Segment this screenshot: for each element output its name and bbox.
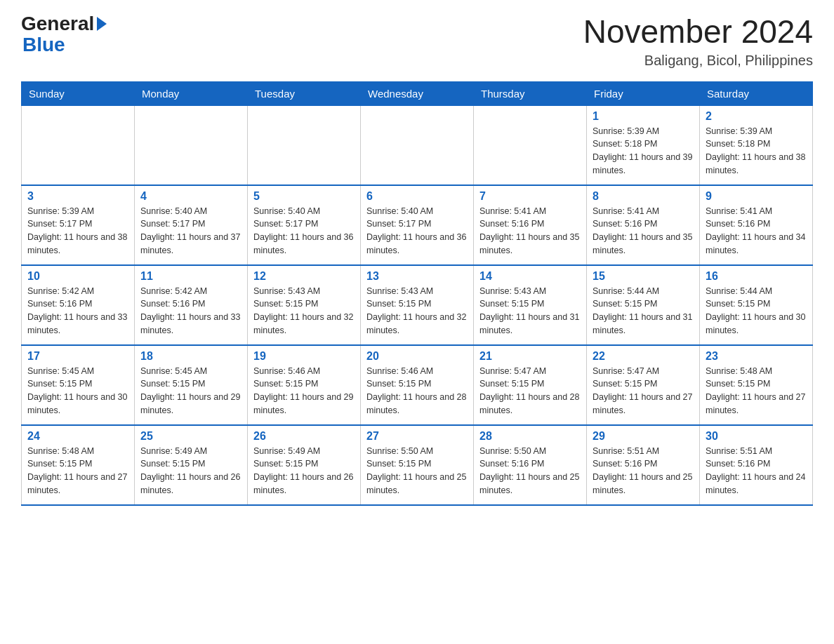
table-row: 27Sunrise: 5:50 AMSunset: 5:15 PMDayligh… [361,425,474,505]
day-info: Sunrise: 5:48 AMSunset: 5:15 PMDaylight:… [706,365,807,417]
day-info: Sunrise: 5:46 AMSunset: 5:15 PMDaylight:… [253,365,355,417]
day-number: 16 [706,270,807,283]
day-info: Sunrise: 5:40 AMSunset: 5:17 PMDaylight:… [140,205,241,257]
day-number: 27 [366,430,468,443]
calendar-title: November 2024 [583,14,813,50]
table-row: 8Sunrise: 5:41 AMSunset: 5:16 PMDaylight… [587,185,700,265]
day-number: 14 [479,270,581,283]
table-row: 17Sunrise: 5:45 AMSunset: 5:15 PMDayligh… [22,345,135,425]
table-row: 29Sunrise: 5:51 AMSunset: 5:16 PMDayligh… [587,425,700,505]
table-row: 26Sunrise: 5:49 AMSunset: 5:15 PMDayligh… [248,425,361,505]
day-info: Sunrise: 5:39 AMSunset: 5:18 PMDaylight:… [706,125,807,177]
day-info: Sunrise: 5:47 AMSunset: 5:15 PMDaylight:… [479,365,581,417]
table-row [474,105,587,185]
day-number: 12 [253,270,355,283]
day-info: Sunrise: 5:47 AMSunset: 5:15 PMDaylight:… [593,365,694,417]
day-info: Sunrise: 5:43 AMSunset: 5:15 PMDaylight:… [479,285,581,337]
calendar-week-row: 1Sunrise: 5:39 AMSunset: 5:18 PMDaylight… [22,105,813,185]
table-row: 14Sunrise: 5:43 AMSunset: 5:15 PMDayligh… [474,265,587,345]
day-info: Sunrise: 5:51 AMSunset: 5:16 PMDaylight:… [593,445,694,497]
table-row [361,105,474,185]
day-info: Sunrise: 5:40 AMSunset: 5:17 PMDaylight:… [366,205,468,257]
table-row: 30Sunrise: 5:51 AMSunset: 5:16 PMDayligh… [700,425,813,505]
table-row [22,105,135,185]
table-row: 13Sunrise: 5:43 AMSunset: 5:15 PMDayligh… [361,265,474,345]
col-header-thursday: Thursday [474,81,587,105]
table-row: 16Sunrise: 5:44 AMSunset: 5:15 PMDayligh… [700,265,813,345]
day-number: 24 [27,430,128,443]
calendar-week-row: 10Sunrise: 5:42 AMSunset: 5:16 PMDayligh… [22,265,813,345]
calendar-header-row: Sunday Monday Tuesday Wednesday Thursday… [22,81,813,105]
day-info: Sunrise: 5:42 AMSunset: 5:16 PMDaylight:… [140,285,241,337]
day-number: 3 [27,190,128,203]
day-number: 5 [253,190,355,203]
title-area: November 2024 Baligang, Bicol, Philippin… [583,14,813,69]
table-row: 23Sunrise: 5:48 AMSunset: 5:15 PMDayligh… [700,345,813,425]
day-info: Sunrise: 5:41 AMSunset: 5:16 PMDaylight:… [593,205,694,257]
day-info: Sunrise: 5:49 AMSunset: 5:15 PMDaylight:… [140,445,241,497]
day-number: 17 [27,350,128,363]
day-number: 19 [253,350,355,363]
table-row: 21Sunrise: 5:47 AMSunset: 5:15 PMDayligh… [474,345,587,425]
col-header-saturday: Saturday [700,81,813,105]
day-info: Sunrise: 5:41 AMSunset: 5:16 PMDaylight:… [706,205,807,257]
table-row: 11Sunrise: 5:42 AMSunset: 5:16 PMDayligh… [135,265,248,345]
calendar-week-row: 3Sunrise: 5:39 AMSunset: 5:17 PMDaylight… [22,185,813,265]
logo-general-text: General [21,14,94,34]
day-info: Sunrise: 5:49 AMSunset: 5:15 PMDaylight:… [253,445,355,497]
table-row: 2Sunrise: 5:39 AMSunset: 5:18 PMDaylight… [700,105,813,185]
table-row [135,105,248,185]
day-info: Sunrise: 5:44 AMSunset: 5:15 PMDaylight:… [593,285,694,337]
table-row: 28Sunrise: 5:50 AMSunset: 5:16 PMDayligh… [474,425,587,505]
table-row: 3Sunrise: 5:39 AMSunset: 5:17 PMDaylight… [22,185,135,265]
col-header-monday: Monday [135,81,248,105]
col-header-friday: Friday [587,81,700,105]
day-number: 26 [253,430,355,443]
calendar-week-row: 24Sunrise: 5:48 AMSunset: 5:15 PMDayligh… [22,425,813,505]
table-row: 6Sunrise: 5:40 AMSunset: 5:17 PMDaylight… [361,185,474,265]
day-number: 11 [140,270,241,283]
col-header-sunday: Sunday [22,81,135,105]
day-number: 30 [706,430,807,443]
day-info: Sunrise: 5:39 AMSunset: 5:17 PMDaylight:… [27,205,128,257]
day-info: Sunrise: 5:42 AMSunset: 5:16 PMDaylight:… [27,285,128,337]
day-number: 25 [140,430,241,443]
table-row: 19Sunrise: 5:46 AMSunset: 5:15 PMDayligh… [248,345,361,425]
day-number: 4 [140,190,241,203]
table-row: 10Sunrise: 5:42 AMSunset: 5:16 PMDayligh… [22,265,135,345]
table-row: 15Sunrise: 5:44 AMSunset: 5:15 PMDayligh… [587,265,700,345]
day-info: Sunrise: 5:50 AMSunset: 5:15 PMDaylight:… [366,445,468,497]
day-number: 9 [706,190,807,203]
day-number: 23 [706,350,807,363]
table-row [248,105,361,185]
day-info: Sunrise: 5:50 AMSunset: 5:16 PMDaylight:… [479,445,581,497]
day-number: 21 [479,350,581,363]
calendar-table: Sunday Monday Tuesday Wednesday Thursday… [21,81,813,506]
calendar-location: Baligang, Bicol, Philippines [583,53,813,69]
calendar-body: 1Sunrise: 5:39 AMSunset: 5:18 PMDaylight… [22,105,813,505]
table-row: 20Sunrise: 5:46 AMSunset: 5:15 PMDayligh… [361,345,474,425]
day-info: Sunrise: 5:40 AMSunset: 5:17 PMDaylight:… [253,205,355,257]
day-info: Sunrise: 5:45 AMSunset: 5:15 PMDaylight:… [140,365,241,417]
day-number: 13 [366,270,468,283]
day-info: Sunrise: 5:39 AMSunset: 5:18 PMDaylight:… [593,125,694,177]
day-info: Sunrise: 5:51 AMSunset: 5:16 PMDaylight:… [706,445,807,497]
day-info: Sunrise: 5:46 AMSunset: 5:15 PMDaylight:… [366,365,468,417]
col-header-tuesday: Tuesday [248,81,361,105]
day-info: Sunrise: 5:43 AMSunset: 5:15 PMDaylight:… [366,285,468,337]
table-row: 24Sunrise: 5:48 AMSunset: 5:15 PMDayligh… [22,425,135,505]
day-info: Sunrise: 5:43 AMSunset: 5:15 PMDaylight:… [253,285,355,337]
page-header: General Blue November 2024 Baligang, Bic… [21,14,813,69]
table-row: 9Sunrise: 5:41 AMSunset: 5:16 PMDaylight… [700,185,813,265]
table-row: 7Sunrise: 5:41 AMSunset: 5:16 PMDaylight… [474,185,587,265]
table-row: 22Sunrise: 5:47 AMSunset: 5:15 PMDayligh… [587,345,700,425]
col-header-wednesday: Wednesday [361,81,474,105]
logo-blue-text: Blue [22,34,65,55]
day-info: Sunrise: 5:41 AMSunset: 5:16 PMDaylight:… [479,205,581,257]
day-number: 18 [140,350,241,363]
logo: General Blue [21,14,107,56]
table-row: 12Sunrise: 5:43 AMSunset: 5:15 PMDayligh… [248,265,361,345]
day-number: 15 [593,270,694,283]
day-number: 20 [366,350,468,363]
calendar-week-row: 17Sunrise: 5:45 AMSunset: 5:15 PMDayligh… [22,345,813,425]
